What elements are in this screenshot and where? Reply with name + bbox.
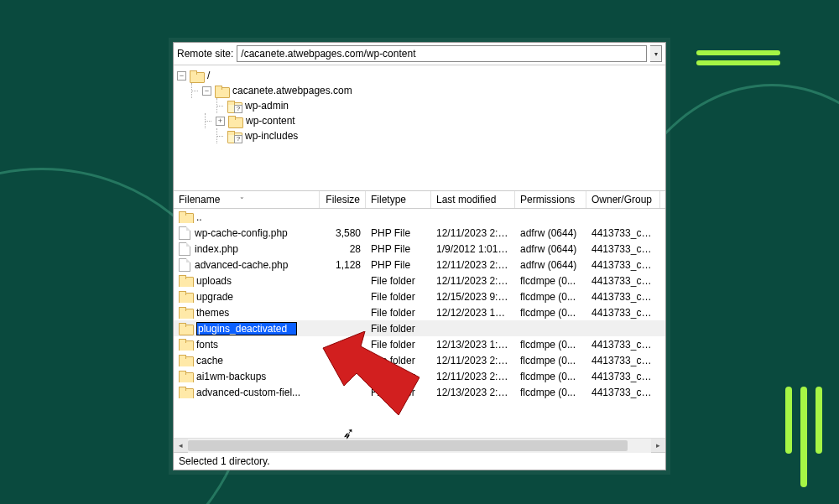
rename-input[interactable] bbox=[196, 322, 297, 335]
filename-cell[interactable] bbox=[174, 322, 320, 335]
type-cell: File folder bbox=[366, 387, 431, 398]
tree-child[interactable]: ? wp-includes bbox=[175, 128, 664, 143]
filename-cell[interactable]: index.php bbox=[174, 242, 320, 256]
filename-cell[interactable]: upgrade bbox=[174, 291, 320, 303]
list-row[interactable]: File folder bbox=[174, 320, 665, 336]
tree-label: wp-content bbox=[246, 115, 295, 127]
tree-label: wp-admin bbox=[245, 100, 289, 112]
folder-icon bbox=[179, 371, 192, 382]
filename-text: themes bbox=[196, 307, 229, 319]
tree-expander[interactable]: − bbox=[177, 71, 186, 81]
list-row[interactable]: advanced-cache.php1,128PHP File12/11/202… bbox=[174, 257, 665, 273]
filename-cell[interactable]: advanced-custom-fiel... bbox=[174, 387, 320, 398]
list-row[interactable]: index.php28PHP File1/9/2012 1:01:1...adf… bbox=[174, 241, 665, 257]
remote-path-input[interactable] bbox=[237, 45, 647, 62]
tree-label: wp-includes bbox=[245, 130, 298, 142]
column-filesize[interactable]: Filesize bbox=[320, 191, 366, 208]
tree-child[interactable]: ? wp-admin bbox=[175, 98, 664, 113]
folder-icon bbox=[179, 323, 192, 334]
list-row[interactable]: themesFile folder12/12/2023 12:...flcdmp… bbox=[174, 304, 665, 320]
type-cell: PHP File bbox=[366, 243, 431, 255]
folder-icon bbox=[190, 70, 203, 81]
filename-cell[interactable]: advanced-cache.php bbox=[174, 258, 320, 272]
unknown-badge-icon: ? bbox=[234, 105, 242, 113]
own-cell: 4413733_chr... bbox=[586, 387, 660, 398]
own-cell: 4413733_chr... bbox=[586, 371, 660, 382]
filename-cell[interactable]: wp-cache-config.php bbox=[174, 226, 320, 240]
own-cell: 4413733_chr... bbox=[586, 339, 660, 351]
filename-cell[interactable]: fonts bbox=[174, 339, 320, 351]
type-cell: PHP File bbox=[366, 259, 431, 271]
scroll-track[interactable] bbox=[188, 439, 651, 453]
filename-text: advanced-cache.php bbox=[195, 259, 288, 271]
list-row[interactable]: cacheFile folder12/11/2023 2:0...flcdmpe… bbox=[174, 352, 665, 368]
column-owner-group[interactable]: Owner/Group bbox=[586, 191, 660, 208]
file-icon bbox=[179, 258, 190, 272]
type-cell: File folder bbox=[366, 275, 431, 287]
perm-cell: flcdmpe (0... bbox=[515, 307, 586, 319]
filename-text: wp-cache-config.php bbox=[195, 227, 288, 239]
scroll-thumb[interactable] bbox=[188, 440, 628, 451]
list-row[interactable]: upgradeFile folder12/15/2023 9:2...flcdm… bbox=[174, 288, 665, 304]
perm-cell: flcdmpe (0... bbox=[515, 339, 586, 351]
filename-cell[interactable]: themes bbox=[174, 307, 320, 319]
filename-text: fonts bbox=[196, 339, 218, 351]
list-row[interactable]: ai1wm-backupsFile folder12/11/2023 2:0..… bbox=[174, 368, 665, 384]
own-cell: 4413733_chr... bbox=[586, 307, 660, 319]
path-dropdown-button[interactable]: ▾ bbox=[650, 45, 662, 62]
tree-label: / bbox=[207, 70, 210, 81]
mod-cell: 12/13/2023 1:3... bbox=[431, 339, 515, 351]
perm-cell: flcdmpe (0... bbox=[515, 291, 586, 303]
filename-cell[interactable]: .. bbox=[174, 211, 320, 223]
perm-cell: flcdmpe (0... bbox=[515, 371, 586, 382]
mod-cell: 12/15/2023 9:2... bbox=[431, 291, 515, 303]
filename-cell[interactable]: ai1wm-backups bbox=[174, 371, 320, 382]
filename-text: upgrade bbox=[196, 291, 233, 303]
tree-expander[interactable]: + bbox=[216, 117, 225, 126]
tree-expander[interactable]: − bbox=[202, 86, 211, 96]
filename-text: index.php bbox=[195, 243, 238, 255]
directory-tree[interactable]: − / − cacanete.atwebpages.com ? wp-admin… bbox=[174, 65, 665, 191]
own-cell: 4413733_chr... bbox=[586, 291, 660, 303]
folder-icon: ? bbox=[227, 101, 241, 112]
file-list[interactable]: ..wp-cache-config.php3,580PHP File12/11/… bbox=[174, 209, 665, 438]
filename-text: ai1wm-backups bbox=[196, 371, 266, 382]
column-filename[interactable]: Filename ⌄ bbox=[174, 191, 320, 208]
mod-cell: 12/12/2023 12:... bbox=[431, 307, 515, 319]
tree-root[interactable]: − / bbox=[175, 68, 664, 83]
perm-cell: adfrw (0644) bbox=[515, 243, 586, 255]
size-cell: 28 bbox=[320, 243, 366, 255]
filename-text: uploads bbox=[196, 275, 232, 287]
mod-cell: 1/9/2012 1:01:1... bbox=[431, 243, 515, 255]
list-row[interactable]: advanced-custom-fiel...File folder12/13/… bbox=[174, 384, 665, 400]
perm-cell: flcdmpe (0... bbox=[515, 355, 586, 366]
filename-text: advanced-custom-fiel... bbox=[196, 387, 300, 398]
folder-icon bbox=[179, 355, 192, 366]
column-permissions[interactable]: Permissions bbox=[515, 191, 586, 208]
sort-indicator-icon: ⌄ bbox=[239, 193, 245, 200]
path-row: Remote site: ▾ bbox=[174, 43, 665, 65]
horizontal-scrollbar[interactable]: ◂ ▸ bbox=[174, 438, 665, 452]
list-row[interactable]: .. bbox=[174, 209, 665, 225]
scroll-right-button[interactable]: ▸ bbox=[651, 439, 665, 453]
tree-child[interactable]: + wp-content bbox=[175, 113, 664, 128]
filename-cell[interactable]: uploads bbox=[174, 275, 320, 287]
filename-cell[interactable]: cache bbox=[174, 355, 320, 366]
type-cell: File folder bbox=[366, 371, 431, 382]
tree-domain[interactable]: − cacanete.atwebpages.com bbox=[175, 83, 664, 98]
remote-site-panel: Remote site: ▾ − / − cacanete.atwebpages… bbox=[173, 42, 666, 470]
list-row[interactable]: fontsFile folder12/13/2023 1:3...flcdmpe… bbox=[174, 336, 665, 352]
folder-icon bbox=[179, 275, 192, 286]
list-row[interactable]: uploadsFile folder12/11/2023 2:0...flcdm… bbox=[174, 273, 665, 288]
scroll-left-button[interactable]: ◂ bbox=[174, 439, 188, 453]
file-icon bbox=[179, 242, 190, 256]
column-filetype[interactable]: Filetype bbox=[366, 191, 431, 208]
tree-label: cacanete.atwebpages.com bbox=[232, 85, 352, 96]
type-cell: File folder bbox=[366, 339, 431, 351]
column-last-modified[interactable]: Last modified bbox=[431, 191, 515, 208]
folder-icon bbox=[179, 339, 192, 350]
mod-cell: 12/11/2023 2:0... bbox=[431, 275, 515, 287]
list-row[interactable]: wp-cache-config.php3,580PHP File12/11/20… bbox=[174, 225, 665, 241]
type-cell: File folder bbox=[366, 355, 431, 366]
file-list-header: Filename ⌄ Filesize Filetype Last modifi… bbox=[174, 191, 665, 209]
